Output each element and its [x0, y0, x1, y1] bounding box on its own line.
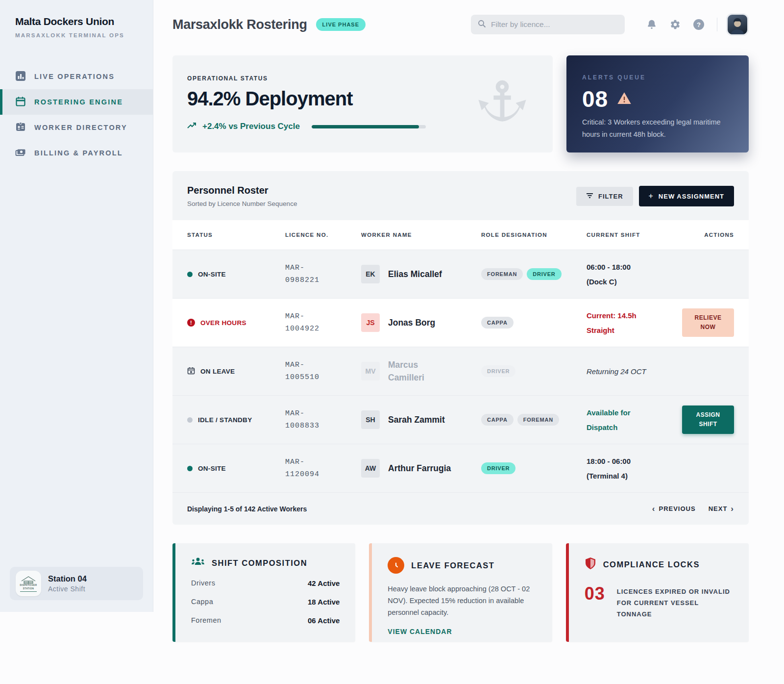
licence-cell: MAR- 1005510 — [285, 359, 361, 384]
shift-cell: Current: 14.5h Straight — [587, 310, 682, 335]
shift-time: 06:00 - 18:00 — [587, 262, 682, 272]
roles-cell: DRIVER — [481, 365, 587, 377]
column-header-actions: ACTIONS — [682, 232, 734, 238]
search-input[interactable] — [491, 20, 618, 29]
station-status: Active Shift — [48, 585, 87, 593]
licence-prefix: MAR- — [285, 310, 361, 323]
roles-cell: FOREMAN DRIVER — [481, 268, 587, 280]
banknote-icon — [15, 147, 26, 159]
view-calendar-link[interactable]: VIEW CALENDAR — [388, 628, 536, 635]
licence-prefix: MAR- — [285, 407, 361, 420]
worker-name: Elias Micallef — [388, 268, 442, 280]
action-cell: RELIEVE NOW — [682, 308, 734, 337]
shift-availability: Dispatch — [587, 422, 682, 432]
licence-cell: MAR- 1120094 — [285, 456, 361, 481]
status-cell: ! OVER HOURS — [187, 319, 285, 327]
people-group-icon — [191, 557, 205, 569]
worker-cell: SH Sarah Zammit — [361, 410, 481, 429]
shift-availability: Available for — [587, 407, 682, 418]
shift-composition-title: SHIFT COMPOSITION — [212, 558, 307, 568]
bell-icon[interactable] — [646, 19, 657, 30]
table-header-row: STATUS LICENCE NO. WORKER NAME ROLE DESI… — [172, 220, 749, 250]
pagination: ‹ PREVIOUS NEXT › — [652, 505, 734, 513]
sidebar: Malta Dockers Union MARSAXLOKK TERMINAL … — [0, 0, 153, 612]
licence-number: 1005510 — [285, 371, 361, 384]
next-button[interactable]: NEXT › — [709, 505, 734, 513]
leave-forecast-title: LEAVE FORECAST — [411, 561, 494, 570]
compliance-locks-title: COMPLIANCE LOCKS — [603, 560, 700, 569]
gear-icon[interactable] — [670, 19, 681, 30]
station-name: Station 04 — [48, 574, 87, 583]
shift-time: 18:00 - 06:00 — [587, 456, 682, 466]
calendar-x-icon — [187, 367, 195, 376]
deployment-progress-bar — [312, 125, 426, 128]
sidebar-item-live-operations[interactable]: LIVE OPERATIONS — [0, 64, 153, 89]
previous-button[interactable]: ‹ PREVIOUS — [652, 505, 696, 513]
new-assignment-button[interactable]: + NEW ASSIGNMENT — [639, 186, 734, 206]
composition-value: 06 Active — [308, 616, 340, 625]
delta-text: +2.4% vs Previous Cycle — [202, 122, 300, 131]
personnel-roster-card: Personnel Roster Sorted by Licence Numbe… — [172, 171, 749, 525]
worker-cell: EK Elias Micallef — [361, 265, 481, 283]
help-icon[interactable]: ? — [693, 19, 704, 30]
status-cell: IDLE / STANDBY — [187, 416, 285, 424]
composition-label: Drivers — [191, 579, 215, 587]
next-label: NEXT — [709, 505, 728, 512]
composition-label: Cappa — [191, 598, 213, 606]
roster-subtitle: Sorted by Licence Number Sequence — [187, 200, 297, 207]
role-pill: CAPPA — [481, 317, 514, 329]
clock-icon — [388, 557, 404, 574]
action-cell: ASSIGN SHIFT — [682, 405, 734, 434]
topbar-icons: ? — [646, 19, 704, 30]
worker-initials-avatar: MV — [361, 362, 380, 380]
roles-cell: CAPPA FOREMAN — [481, 414, 587, 426]
status-text: IDLE / STANDBY — [198, 416, 252, 424]
topbar-divider — [717, 18, 717, 31]
licence-number: 1008833 — [285, 420, 361, 432]
alerts-count-row: 08 — [582, 86, 733, 112]
role-pill: DRIVER — [527, 268, 561, 280]
sidebar-item-label: WORKER DIRECTORY — [34, 124, 127, 131]
composition-row: Foremen 06 Active — [191, 616, 340, 625]
roster-title: Personnel Roster — [187, 185, 297, 196]
sidebar-item-billing-payroll[interactable]: BILLING & PAYROLL — [0, 140, 153, 166]
sidebar-item-worker-directory[interactable]: WORKER DIRECTORY — [0, 115, 153, 140]
roster-header: Personnel Roster Sorted by Licence Numbe… — [172, 171, 749, 220]
onsite-dot-icon — [187, 272, 193, 277]
compliance-description: LICENCES EXPIRED OR INVALID FOR CURRENT … — [617, 583, 733, 620]
licence-cell: MAR- 1008833 — [285, 407, 361, 432]
worker-name: Jonas Borg — [388, 316, 435, 329]
search-icon — [478, 20, 486, 30]
role-pill: FOREMAN — [481, 268, 523, 280]
composition-value: 42 Active — [308, 579, 340, 587]
bar-chart-icon — [15, 71, 26, 83]
worker-name: Marcus Camilleri — [388, 358, 452, 384]
search-box[interactable] — [471, 15, 625, 34]
assign-shift-button[interactable]: ASSIGN SHIFT — [682, 405, 734, 434]
relieve-now-button[interactable]: RELIEVE NOW — [682, 308, 734, 337]
shift-cell: 06:00 - 18:00 (Dock C) — [587, 262, 682, 287]
operational-status-card: OPERATIONAL STATUS 94.2% Deployment +2.4… — [172, 55, 553, 152]
deployment-progress-fill — [312, 125, 419, 128]
dispatcher-station-stamp-icon: DISPATICHERSTATION — [16, 571, 41, 596]
status-text: OVER HOURS — [200, 319, 246, 327]
column-header-shift: CURRENT SHIFT — [587, 232, 682, 238]
shift-location: (Terminal 4) — [587, 471, 682, 481]
summary-cards: SHIFT COMPOSITION Drivers 42 Active Capp… — [172, 543, 749, 642]
licence-number: 1120094 — [285, 468, 361, 481]
shift-cell: Available for Dispatch — [587, 407, 682, 432]
stamp-text: STATION — [23, 587, 34, 590]
onsite-dot-icon — [187, 466, 193, 471]
org-subtitle: MARSAXLOKK TERMINAL OPS — [15, 32, 153, 38]
warning-triangle-icon — [617, 91, 632, 107]
idle-dot-icon — [187, 417, 193, 423]
sidebar-item-label: ROSTERING ENGINE — [34, 98, 123, 106]
shift-cell: 18:00 - 06:00 (Terminal 4) — [587, 456, 682, 481]
user-avatar[interactable] — [726, 13, 749, 36]
filter-button[interactable]: FILTER — [576, 187, 633, 206]
licence-prefix: MAR- — [285, 359, 361, 372]
roles-cell: CAPPA — [481, 317, 587, 329]
sidebar-item-rostering-engine[interactable]: ROSTERING ENGINE — [0, 89, 153, 115]
status-cell: ON LEAVE — [187, 367, 285, 376]
trend-up-icon — [187, 122, 196, 131]
